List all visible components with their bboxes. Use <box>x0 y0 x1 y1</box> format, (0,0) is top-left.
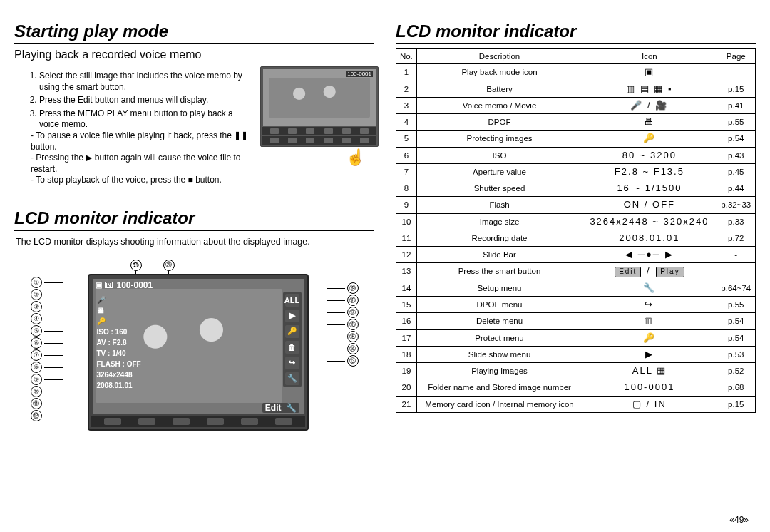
cell-page: p.53 <box>717 346 755 362</box>
cell-page: - <box>717 64 755 81</box>
step-item: Press the MEMO PLAY menu button to play … <box>39 108 253 186</box>
cell-no: 16 <box>396 313 417 329</box>
cell-icon: 🔑 <box>582 131 717 147</box>
step-subnote: To stop playback of the voice, press the… <box>31 175 253 186</box>
callout: ⑤ <box>31 325 63 337</box>
cell-icon: 🖶 <box>582 114 717 131</box>
cell-no: 13 <box>396 263 417 280</box>
cell-icon: ▥ ▤ ▦ ▪ <box>582 81 717 97</box>
overlay-menu-icon[interactable]: ↪ <box>285 357 299 369</box>
steps-list: Select the still image that includes the… <box>29 71 253 188</box>
callout: ⑥ <box>31 337 63 349</box>
callout: ③ <box>31 301 63 313</box>
cell-icon: 🗑 <box>582 313 717 329</box>
cell-icon: 100-0001 <box>582 379 717 396</box>
overlay-menu-icon[interactable]: ▶ <box>285 310 299 322</box>
table-row: 16Delete menu🗑p.54 <box>396 313 756 329</box>
overlay-menu-icon[interactable]: 🗑 <box>285 341 299 354</box>
cell-no: 18 <box>396 346 417 362</box>
overlay-menu-icon[interactable]: 🔧 <box>285 372 299 385</box>
table-row: 20Folder name and Stored image number100… <box>396 379 756 396</box>
table-row: 5Protecting images🔑p.54 <box>396 131 756 147</box>
table-row: 4DPOF🖶p.55 <box>396 114 756 131</box>
cell-icon: ▶ <box>582 346 717 362</box>
callout: ⑲ <box>327 282 359 295</box>
cell-icon: ↪ <box>582 297 717 313</box>
step-subnote: To pause a voice file while playing it b… <box>31 131 253 153</box>
table-row: 2Battery▥ ▤ ▦ ▪p.15 <box>396 81 756 97</box>
cell-icon: 80 ~ 3200 <box>582 147 717 163</box>
callout: ⑪ <box>31 398 63 410</box>
table-row: 8Shutter speed16 ~ 1/1500p.44 <box>396 180 756 197</box>
cell-page: p.55 <box>717 114 755 131</box>
cell-no: 9 <box>396 197 417 213</box>
callout: ① <box>31 277 63 289</box>
table-row: 12Slide Bar◀ ─●─ ▶- <box>396 247 756 263</box>
callout: ⑧ <box>31 362 63 374</box>
subtitle-voice-memo: Playing back a recorded voice memo <box>14 48 374 63</box>
cell-icon: 16 ~ 1/1500 <box>582 180 717 197</box>
cell-icon: 🔑 <box>582 329 717 346</box>
page-number: «49» <box>729 515 749 525</box>
size-value: 3264x2448 <box>97 369 141 380</box>
cell-desc: Flash <box>416 197 582 213</box>
iso-value: ISO : 160 <box>97 327 141 337</box>
cell-page: p.41 <box>717 97 755 113</box>
av-value: AV : F2.8 <box>97 337 141 348</box>
overlay-menu-icon[interactable]: ALL <box>285 294 299 307</box>
cell-page: p.72 <box>717 230 755 246</box>
cell-icon: 🔧 <box>582 280 717 296</box>
cell-icon: 3264x2448 ~ 320x240 <box>582 213 717 230</box>
cell-no: 21 <box>396 396 417 412</box>
cell-icon: 🎤 / 🎥 <box>582 97 717 113</box>
cell-desc: Press the smart button <box>416 263 582 280</box>
cell-page: p.64~74 <box>717 280 755 296</box>
cell-no: 15 <box>396 297 417 313</box>
callout: ⑰ <box>327 307 359 319</box>
table-row: 7Aperture valueF2.8 ~ F13.5p.45 <box>396 163 756 180</box>
flash-value: FLASH : OFF <box>97 359 141 369</box>
left-column: Starting play mode Playing back a record… <box>14 21 374 446</box>
callout: ⑨ <box>31 374 63 386</box>
cell-no: 6 <box>396 147 417 163</box>
cell-no: 14 <box>396 280 417 296</box>
callout: ⑩ <box>31 386 63 398</box>
table-row: 3Voice memo / Movie🎤 / 🎥p.41 <box>396 97 756 113</box>
cell-no: 12 <box>396 247 417 263</box>
cell-desc: Aperture value <box>416 163 582 180</box>
cell-no: 3 <box>396 97 417 113</box>
cell-desc: Delete menu <box>416 313 582 329</box>
cell-no: 17 <box>396 329 417 346</box>
callout: ② <box>31 289 63 301</box>
cell-no: 8 <box>396 180 417 197</box>
mic-icon: 🎤 <box>97 295 141 305</box>
table-row: 1Play back mode icon▣- <box>396 64 756 81</box>
cell-desc: Image size <box>416 213 582 230</box>
cell-icon: Edit / Play <box>582 263 717 280</box>
table-row: 10Image size3264x2448 ~ 320x240p.33 <box>396 213 756 230</box>
cell-no: 10 <box>396 213 417 230</box>
heading-lcd-left: LCD monitor indicator <box>14 208 374 231</box>
cell-icon: F2.8 ~ F13.5 <box>582 163 717 180</box>
cell-no: 4 <box>396 114 417 131</box>
cell-desc: Play back mode icon <box>416 64 582 81</box>
th-icon: Icon <box>582 49 717 64</box>
cell-page: p.15 <box>717 81 755 97</box>
cell-icon: 2008.01.01 <box>582 230 717 246</box>
cell-no: 5 <box>396 131 417 147</box>
th-desc: Description <box>416 49 582 64</box>
photo-placeholder <box>269 78 370 118</box>
small-folder-label: 100-0001 <box>346 71 373 77</box>
cell-page: p.32~33 <box>717 197 755 213</box>
cell-icon: ◀ ─●─ ▶ <box>582 247 717 263</box>
cell-page: - <box>717 247 755 263</box>
table-row: 13Press the smart buttonEdit / Play- <box>396 263 756 280</box>
cell-desc: Protect menu <box>416 329 582 346</box>
cell-icon: ▢ / IN <box>582 396 717 412</box>
right-column: LCD monitor indicator No. Description Ic… <box>396 21 756 446</box>
memory-icon: IN <box>105 282 113 288</box>
indicator-table: No. Description Icon Page 1Play back mod… <box>396 48 756 413</box>
overlay-menu-icon[interactable]: 🔑 <box>285 325 299 338</box>
cell-page: p.68 <box>717 379 755 396</box>
edit-button[interactable]: Edit <box>265 403 282 413</box>
